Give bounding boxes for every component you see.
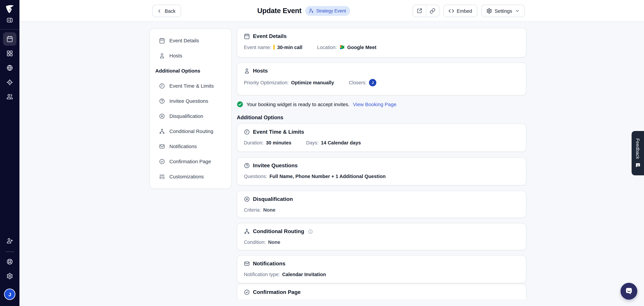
field-value: None xyxy=(263,207,276,213)
feedback-tab[interactable]: Feedback xyxy=(632,131,644,175)
app-sidebar: J xyxy=(0,0,20,306)
chat-launcher-button[interactable] xyxy=(620,283,637,300)
nav-label: Disqualification xyxy=(170,113,203,119)
sidebar-item-events[interactable] xyxy=(3,32,16,46)
card-title: Confirmation Page xyxy=(253,289,300,295)
settings-label: Settings xyxy=(494,8,512,14)
collapse-sidebar-icon[interactable] xyxy=(3,15,16,26)
nav-label: Event Time & Limits xyxy=(170,83,214,89)
user-dollar-icon xyxy=(308,8,314,14)
field-value: Google Meet xyxy=(347,45,376,50)
calendar-icon xyxy=(244,33,250,39)
route-icon xyxy=(244,228,250,234)
sidebar-item-domains[interactable] xyxy=(3,61,16,75)
field-label: Days: xyxy=(306,140,318,145)
card-title: Notifications xyxy=(253,261,286,267)
sidebar-item-tracking[interactable] xyxy=(3,76,16,89)
nav-item-invitee-questions[interactable]: Invitee Questions xyxy=(150,93,231,108)
invite-user-icon[interactable] xyxy=(3,234,16,248)
field-value: None xyxy=(268,239,280,245)
invitee-questions-card[interactable]: Invitee Questions Questions: Full Name, … xyxy=(237,157,526,185)
embed-button[interactable]: Embed xyxy=(443,5,477,17)
check-circle-icon xyxy=(159,158,165,165)
nav-section-additional-options: Additional Options xyxy=(150,63,231,78)
settings-button[interactable]: Settings xyxy=(481,5,525,17)
settings-icon[interactable] xyxy=(3,269,16,283)
event-details-card[interactable]: Event Details Event name: 30-min call Lo… xyxy=(237,28,526,57)
code-icon xyxy=(448,8,454,14)
nav-label: Event Details xyxy=(170,38,199,43)
sidebar-divider-bottom xyxy=(6,252,14,252)
calendar-icon xyxy=(159,38,165,44)
gear-icon xyxy=(486,8,492,14)
field-value: 30-min call xyxy=(277,45,302,50)
event-time-limits-card[interactable]: Event Time & Limits Duration: 30 minutes… xyxy=(237,124,526,152)
field-label: Event name: xyxy=(244,45,271,50)
header-actions: Embed Settings xyxy=(412,5,525,17)
event-type-badge: Strategy Event xyxy=(305,6,350,16)
nav-item-hosts[interactable]: Hosts xyxy=(150,48,231,63)
nav-item-conditional-routing[interactable]: Conditional Routing xyxy=(150,124,231,139)
nav-label: Notifications xyxy=(170,143,197,149)
copy-link-icon[interactable] xyxy=(426,5,439,17)
title-group: Update Event Strategy Event xyxy=(257,0,350,22)
nav-item-customizations[interactable]: Customizations xyxy=(150,169,231,184)
status-message: Your booking widget is ready to accept i… xyxy=(246,101,350,107)
nav-item-disqualification[interactable]: Disqualification xyxy=(150,108,231,124)
event-type-label: Strategy Event xyxy=(316,8,346,13)
back-label: Back xyxy=(165,8,176,14)
back-button[interactable]: Back xyxy=(152,5,181,17)
field-label: Questions: xyxy=(244,174,267,179)
open-booking-page-icon[interactable] xyxy=(413,5,426,17)
help-circle-icon xyxy=(244,163,250,169)
view-booking-page-link[interactable]: View Booking Page xyxy=(353,101,396,107)
booking-status-row: Your booking widget is ready to accept i… xyxy=(237,101,396,107)
section-nav: Event Details Hosts Additional Options E… xyxy=(150,29,232,189)
conditional-routing-card[interactable]: Conditional Routing Condition: None xyxy=(237,223,526,250)
sliders-icon xyxy=(159,174,165,180)
brand-logo xyxy=(5,4,15,15)
notifications-card[interactable]: Notifications Notification type: Calenda… xyxy=(237,255,526,283)
closer-avatar: J xyxy=(369,79,376,86)
user-avatar[interactable]: J xyxy=(4,288,16,300)
card-title: Conditional Routing xyxy=(253,228,304,234)
x-circle-icon xyxy=(244,196,250,202)
nav-item-event-details[interactable]: Event Details xyxy=(150,33,231,48)
check-circle-icon xyxy=(244,289,250,295)
card-title: Event Details xyxy=(253,33,286,39)
card-title: Hosts xyxy=(253,68,268,74)
card-title: Event Time & Limits xyxy=(253,129,304,135)
user-icon xyxy=(244,68,250,74)
nav-item-event-time-limits[interactable]: Event Time & Limits xyxy=(150,78,231,93)
event-color-chip xyxy=(274,45,275,50)
additional-options-heading: Additional Options xyxy=(237,114,283,121)
x-circle-icon xyxy=(159,113,165,119)
card-title: Invitee Questions xyxy=(253,163,298,169)
user-icon xyxy=(159,53,165,59)
route-icon xyxy=(159,128,165,134)
main-content: Event Details Event name: 30-min call Lo… xyxy=(237,0,526,306)
app-window: J Back Update Event Strategy Event Embed xyxy=(0,0,644,306)
field-label: Criteria: xyxy=(244,207,261,213)
clock-icon xyxy=(159,83,165,89)
nav-label: Conditional Routing xyxy=(170,128,213,134)
nav-item-confirmation-page[interactable]: Confirmation Page xyxy=(150,154,231,169)
field-label: Priority Optimization: xyxy=(244,80,289,85)
smiley-bubble-icon xyxy=(635,163,640,168)
chat-bubble-icon xyxy=(624,287,633,295)
chevron-down-icon xyxy=(515,9,520,14)
hosts-card[interactable]: Hosts Priority Optimization: Optimize ma… xyxy=(237,62,526,95)
share-button-group xyxy=(412,5,439,17)
nav-item-notifications[interactable]: Notifications xyxy=(150,139,231,154)
mail-icon xyxy=(159,143,165,149)
bottom-fade xyxy=(20,299,644,306)
sidebar-item-apps[interactable] xyxy=(3,47,16,60)
sidebar-item-team[interactable] xyxy=(3,90,16,103)
help-icon[interactable] xyxy=(3,255,16,268)
page-title: Update Event xyxy=(257,7,302,15)
info-icon xyxy=(308,229,313,234)
sidebar-divider xyxy=(0,29,20,30)
disqualification-card[interactable]: Disqualification Criteria: None xyxy=(237,191,526,218)
chevron-left-icon xyxy=(157,8,162,14)
field-label: Location: xyxy=(317,45,337,50)
